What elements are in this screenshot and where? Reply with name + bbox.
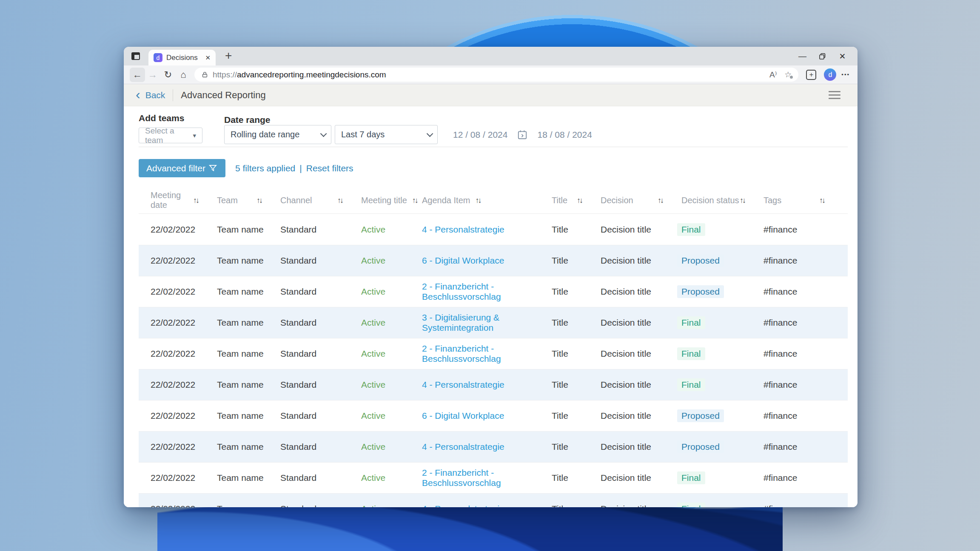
new-tab-button[interactable]: + xyxy=(225,49,232,62)
sort-icon[interactable]: ↑↓ xyxy=(412,196,417,205)
agenda-item-link[interactable]: 2 - Finanzbericht - Beschlussvorschlag xyxy=(422,344,501,364)
agenda-item-link[interactable]: 6 - Digital Workplace xyxy=(422,411,504,420)
url-text[interactable]: https://advancedreporting.meetingdecisio… xyxy=(213,70,762,80)
home-icon[interactable]: ⌂ xyxy=(176,68,191,82)
agenda-item-link[interactable]: 4 - Personalstrategie xyxy=(422,380,504,389)
tab-close-icon[interactable]: ✕ xyxy=(205,54,211,62)
row-menu-icon[interactable]: ⋮ xyxy=(843,441,848,453)
status-badge: Proposed xyxy=(677,440,724,453)
nav-back-icon[interactable]: ← xyxy=(130,68,145,82)
column-header-title[interactable]: Title↑↓ xyxy=(552,196,601,205)
range-type-select[interactable]: Rolling date range xyxy=(224,125,331,144)
status-badge: Final xyxy=(677,347,705,360)
chevron-down-icon xyxy=(427,131,433,137)
start-date[interactable]: 12 / 08 / 2024 xyxy=(453,130,507,140)
sort-icon[interactable]: ↑↓ xyxy=(740,196,745,205)
column-header-meeting_date[interactable]: Meeting date↑↓ xyxy=(139,190,217,210)
table-row: 22/02/2022Team nameStandardActive6 - Dig… xyxy=(139,245,848,276)
sort-icon[interactable]: ↑↓ xyxy=(658,196,663,205)
row-menu-icon[interactable]: ⋮ xyxy=(843,224,848,236)
sort-icon[interactable]: ↑↓ xyxy=(819,196,824,205)
browser-tab[interactable]: d Decisions ✕ xyxy=(148,50,216,65)
advanced-filter-button[interactable]: Advanced filter xyxy=(139,159,225,177)
agenda-item-link[interactable]: 2 - Finanzbericht - Beschlussvorschlag xyxy=(422,281,501,301)
cell-meeting-title: Active xyxy=(361,504,422,507)
address-bar[interactable]: https://advancedreporting.meetingdecisio… xyxy=(194,68,798,82)
collections-icon[interactable]: + xyxy=(806,70,816,80)
column-header-channel[interactable]: Channel↑↓ xyxy=(280,196,361,205)
column-label: Meeting title xyxy=(361,196,407,205)
agenda-item-link[interactable]: 4 - Personalstrategie xyxy=(422,224,504,234)
url-protocol: https:// xyxy=(213,70,237,79)
agenda-item-link[interactable]: 2 - Finanzbericht - Beschlussvorschlag xyxy=(422,468,501,488)
end-date[interactable]: 18 / 08 / 2024 xyxy=(537,130,592,140)
cell-decision: Decision title xyxy=(601,473,681,483)
cell-decision-status: Proposed xyxy=(681,440,763,453)
row-menu-icon[interactable]: ⋮ xyxy=(843,503,848,507)
browser-menu-icon[interactable]: ••• xyxy=(841,71,850,78)
column-header-decision[interactable]: Decision↑↓ xyxy=(601,196,681,205)
column-header-team[interactable]: Team↑↓ xyxy=(217,196,280,205)
cell-agenda-item: 4 - Personalstrategie xyxy=(422,442,552,452)
row-menu-icon[interactable]: ⋮ xyxy=(843,286,848,298)
status-badge: Final xyxy=(677,316,705,329)
cell-decision-status: Final xyxy=(681,503,763,507)
status-badge: Final xyxy=(677,223,705,236)
tab-actions-menu-icon[interactable] xyxy=(129,49,142,63)
range-preset-select[interactable]: Last 7 days xyxy=(335,125,438,144)
cell-meeting-title: Active xyxy=(361,287,422,297)
agenda-item-link[interactable]: 4 - Personalstrategie xyxy=(422,504,504,507)
row-menu-icon[interactable]: ⋮ xyxy=(843,379,848,391)
minimize-button[interactable]: — xyxy=(792,48,812,65)
row-menu-icon[interactable]: ⋮ xyxy=(843,348,848,360)
back-chevron-icon[interactable]: ‹ xyxy=(136,88,140,101)
cell-title: Title xyxy=(552,318,601,328)
cell-decision: Decision title xyxy=(601,287,681,297)
column-header-meeting_title[interactable]: Meeting title↑↓ xyxy=(361,196,422,205)
sort-icon[interactable]: ↑↓ xyxy=(577,196,582,205)
calendar-range-icon[interactable] xyxy=(517,129,528,140)
cell-decision-status: Final xyxy=(681,316,763,329)
nav-forward-icon[interactable]: → xyxy=(145,68,160,82)
column-label: Decision status xyxy=(681,196,739,205)
cell-meeting-title: Active xyxy=(361,318,422,328)
cell-title: Title xyxy=(552,380,601,390)
status-badge: Proposed xyxy=(677,409,724,422)
profile-avatar[interactable]: d xyxy=(824,68,836,81)
sort-icon[interactable]: ↑↓ xyxy=(193,196,198,205)
favorites-badge xyxy=(789,75,794,80)
restore-button[interactable] xyxy=(812,48,832,65)
cell-meeting-date: 22/02/2022 xyxy=(139,349,217,359)
column-header-tags[interactable]: Tags↑↓ xyxy=(763,196,843,205)
agenda-item-link[interactable]: 6 - Digital Workplace xyxy=(422,256,504,265)
add-teams-label: Add teams xyxy=(139,113,184,123)
cell-channel: Standard xyxy=(280,504,361,507)
row-menu-icon[interactable]: ⋮ xyxy=(843,317,848,329)
cell-meeting-title: Active xyxy=(361,442,422,452)
refresh-icon[interactable]: ↻ xyxy=(160,68,176,82)
team-select[interactable]: Select a team ▾ xyxy=(139,128,202,143)
sort-icon[interactable]: ↑↓ xyxy=(475,196,480,205)
row-menu-icon[interactable]: ⋮ xyxy=(843,255,848,267)
close-window-button[interactable]: ✕ xyxy=(832,48,852,65)
agenda-item-link[interactable]: 3 - Digitalisierung & Systemintegration xyxy=(422,312,499,332)
sort-icon[interactable]: ↑↓ xyxy=(337,196,342,205)
cell-title: Title xyxy=(552,473,601,483)
reset-filters-link[interactable]: Reset filters xyxy=(306,163,353,173)
cell-meeting-date: 22/02/2022 xyxy=(139,380,217,390)
page-menu-icon[interactable] xyxy=(829,91,840,99)
filter-funnel-icon xyxy=(208,163,218,173)
read-aloud-icon[interactable]: A⁾ xyxy=(769,70,777,80)
cell-agenda-item: 4 - Personalstrategie xyxy=(422,224,552,235)
cell-agenda-item: 2 - Finanzbericht - Beschlussvorschlag xyxy=(422,281,552,302)
agenda-item-link[interactable]: 4 - Personalstrategie xyxy=(422,442,504,452)
row-menu-icon[interactable]: ⋮ xyxy=(843,410,848,422)
row-menu-icon[interactable]: ⋮ xyxy=(843,472,848,484)
column-header-decision_status[interactable]: Decision status↑↓ xyxy=(681,196,763,205)
column-header-agenda_item[interactable]: Agenda Item↑↓ xyxy=(422,196,552,205)
back-link[interactable]: Back xyxy=(145,90,165,100)
lock-icon[interactable] xyxy=(201,71,208,78)
sort-icon[interactable]: ↑↓ xyxy=(256,196,262,205)
favorites-star-icon[interactable]: ☆ xyxy=(784,70,792,80)
cell-title: Title xyxy=(552,411,601,421)
